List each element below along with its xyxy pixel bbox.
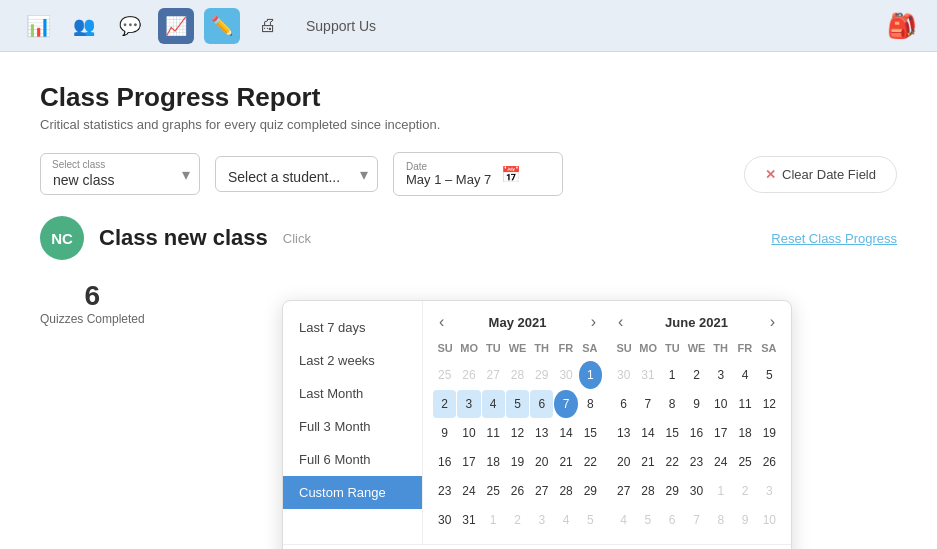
print-icon[interactable]: 🖨 — [250, 8, 286, 44]
dp-day[interactable]: 11 — [733, 390, 756, 418]
preset-last7days[interactable]: Last 7 days — [283, 311, 422, 344]
dp-day[interactable]: 8 — [709, 506, 732, 534]
dp-day[interactable]: 17 — [457, 448, 480, 476]
dp-day[interactable]: 4 — [733, 361, 756, 389]
dp-day[interactable]: 17 — [709, 419, 732, 447]
dp-june-next-button[interactable]: › — [764, 311, 781, 333]
dp-day[interactable]: 30 — [612, 361, 635, 389]
preset-full3month[interactable]: Full 3 Month — [283, 410, 422, 443]
dp-day[interactable]: 11 — [482, 419, 505, 447]
chart-bar-icon[interactable]: 📊 — [20, 8, 56, 44]
student-select[interactable]: Select a student... — [215, 156, 378, 192]
dp-day[interactable]: 16 — [433, 448, 456, 476]
dp-day[interactable]: 27 — [530, 477, 553, 505]
dp-day[interactable]: 18 — [733, 419, 756, 447]
dp-day[interactable]: 2 — [733, 477, 756, 505]
chat-icon[interactable]: 💬 — [112, 8, 148, 44]
dp-day[interactable]: 3 — [530, 506, 553, 534]
dp-day[interactable]: 9 — [433, 419, 456, 447]
dp-day[interactable]: 3 — [709, 361, 732, 389]
dp-day[interactable]: 9 — [685, 390, 708, 418]
dp-day[interactable]: 20 — [612, 448, 635, 476]
dp-day[interactable]: 10 — [758, 506, 781, 534]
dp-day[interactable]: 21 — [636, 448, 659, 476]
preset-full6month[interactable]: Full 6 Month — [283, 443, 422, 476]
dp-day[interactable]: 24 — [457, 477, 480, 505]
dp-day[interactable]: 10 — [457, 419, 480, 447]
dp-day[interactable]: 22 — [579, 448, 602, 476]
support-us-link[interactable]: Support Us — [306, 18, 376, 34]
dp-day-today[interactable]: 7 — [554, 390, 577, 418]
dp-day[interactable]: 30 — [433, 506, 456, 534]
preset-last2weeks[interactable]: Last 2 weeks — [283, 344, 422, 377]
dp-day[interactable]: 21 — [554, 448, 577, 476]
dp-day[interactable]: 31 — [636, 361, 659, 389]
dp-day[interactable]: 29 — [530, 361, 553, 389]
dp-day[interactable]: 6 — [612, 390, 635, 418]
dp-day[interactable]: 26 — [758, 448, 781, 476]
dp-day[interactable]: 4 — [612, 506, 635, 534]
dp-day[interactable]: 13 — [530, 419, 553, 447]
dp-day[interactable]: 2 — [685, 361, 708, 389]
users-icon[interactable]: 👥 — [66, 8, 102, 44]
dp-day[interactable]: 2 — [506, 506, 529, 534]
dp-day[interactable]: 27 — [482, 361, 505, 389]
dp-day[interactable]: 30 — [685, 477, 708, 505]
dp-day[interactable]: 29 — [661, 477, 684, 505]
dp-day[interactable]: 5 — [506, 390, 529, 418]
dp-day[interactable]: 7 — [636, 390, 659, 418]
dp-day[interactable]: 23 — [433, 477, 456, 505]
preset-customrange[interactable]: Custom Range — [283, 476, 422, 509]
dp-day[interactable]: 1 — [482, 506, 505, 534]
dp-day[interactable]: 5 — [758, 361, 781, 389]
dp-day[interactable]: 9 — [733, 506, 756, 534]
dp-day[interactable]: 24 — [709, 448, 732, 476]
dp-day[interactable]: 29 — [579, 477, 602, 505]
dp-day[interactable]: 12 — [758, 390, 781, 418]
dp-day[interactable]: 6 — [530, 390, 553, 418]
dp-day[interactable]: 22 — [661, 448, 684, 476]
dp-day[interactable]: 28 — [636, 477, 659, 505]
dp-day[interactable]: 25 — [733, 448, 756, 476]
dp-day[interactable]: 5 — [636, 506, 659, 534]
dp-day[interactable]: 15 — [661, 419, 684, 447]
dp-day[interactable]: 1 — [709, 477, 732, 505]
reports-icon[interactable]: 📈 — [158, 8, 194, 44]
clear-date-button[interactable]: ✕ Clear Date Field — [744, 156, 897, 193]
dp-day[interactable]: 28 — [554, 477, 577, 505]
dp-day[interactable]: 19 — [506, 448, 529, 476]
dp-day[interactable]: 20 — [530, 448, 553, 476]
dp-day[interactable]: 10 — [709, 390, 732, 418]
dp-day[interactable]: 12 — [506, 419, 529, 447]
preset-lastmonth[interactable]: Last Month — [283, 377, 422, 410]
dp-day[interactable]: 27 — [612, 477, 635, 505]
dp-may-prev-button[interactable]: ‹ — [433, 311, 450, 333]
dp-day[interactable]: 1 — [579, 361, 602, 389]
dp-june-prev-button[interactable]: ‹ — [612, 311, 629, 333]
dp-day[interactable]: 18 — [482, 448, 505, 476]
dp-day[interactable]: 15 — [579, 419, 602, 447]
dp-day[interactable]: 14 — [636, 419, 659, 447]
dp-day[interactable]: 23 — [685, 448, 708, 476]
dp-day[interactable]: 8 — [579, 390, 602, 418]
dp-day[interactable]: 3 — [758, 477, 781, 505]
dp-day[interactable]: 4 — [554, 506, 577, 534]
dp-day[interactable]: 8 — [661, 390, 684, 418]
date-picker-trigger[interactable]: Date May 1 – May 7 📅 — [393, 152, 563, 196]
reset-class-progress-button[interactable]: Reset Class Progress — [771, 231, 897, 246]
dp-day[interactable]: 7 — [685, 506, 708, 534]
dp-day[interactable]: 28 — [506, 361, 529, 389]
dp-day[interactable]: 31 — [457, 506, 480, 534]
dp-day[interactable]: 5 — [579, 506, 602, 534]
dp-day[interactable]: 2 — [433, 390, 456, 418]
dp-day[interactable]: 25 — [433, 361, 456, 389]
dp-day[interactable]: 25 — [482, 477, 505, 505]
dp-day[interactable]: 30 — [554, 361, 577, 389]
dp-day[interactable]: 4 — [482, 390, 505, 418]
dp-may-next-button[interactable]: › — [585, 311, 602, 333]
dp-day[interactable]: 19 — [758, 419, 781, 447]
dp-day[interactable]: 6 — [661, 506, 684, 534]
dp-day[interactable]: 3 — [457, 390, 480, 418]
dp-day[interactable]: 26 — [457, 361, 480, 389]
edit-icon[interactable]: ✏️ — [204, 8, 240, 44]
